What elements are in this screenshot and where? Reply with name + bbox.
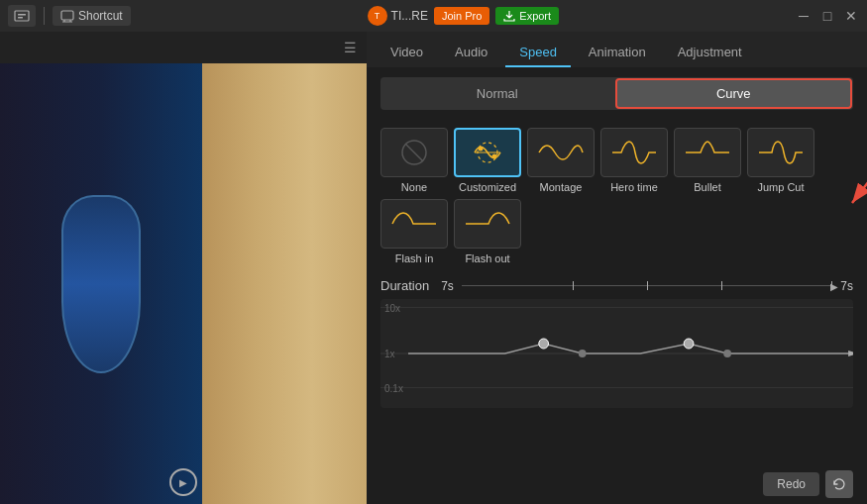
guitar-shape: [61, 195, 141, 373]
video-frame: [0, 63, 367, 504]
tabs: Video Audio Speed Animation Adjustment: [367, 32, 867, 67]
guitar-area: [0, 63, 202, 504]
curve-item-flash-out[interactable]: Flash out: [454, 199, 521, 264]
curve-item-jump-cut[interactable]: Jump Cut: [747, 128, 814, 193]
main-content: ☰ ▶ Video Audio Speed Animation Adjustme…: [0, 32, 867, 504]
title-bar: Shortcut T TI...RE Join Pro Export ─ □ ✕: [0, 0, 867, 32]
curtain-area: [202, 63, 368, 504]
username: TI...RE: [391, 9, 428, 23]
duration-start: 7s: [441, 279, 454, 293]
graph-label-01x: 0.1x: [384, 383, 403, 394]
svg-line-5: [405, 144, 423, 161]
svg-point-12: [684, 339, 694, 349]
curve-label-customized: Customized: [459, 181, 516, 193]
svg-rect-1: [18, 14, 26, 16]
curve-thumb-none: [380, 128, 448, 177]
curve-label-flash-out: Flash out: [465, 252, 509, 264]
curve-item-montage[interactable]: Montage: [527, 128, 595, 193]
user-badge: T TI...RE: [368, 6, 428, 26]
duration-end: 7s: [840, 279, 853, 293]
preview-controls: ▶: [169, 468, 197, 496]
right-panel: Video Audio Speed Animation Adjustment N…: [367, 32, 867, 504]
tab-adjustment[interactable]: Adjustment: [664, 39, 756, 67]
avatar: T: [368, 6, 387, 26]
curve-grid: None Customized: [367, 120, 867, 272]
curve-label-bullet: Bullet: [694, 181, 721, 193]
curve-item-bullet[interactable]: Bullet: [674, 128, 741, 193]
duration-area: Duration 7s ▶ 7s: [367, 272, 867, 464]
toolbar-strip: ☰: [0, 32, 367, 63]
speed-toggle: Normal Curve: [380, 77, 853, 110]
title-bar-left: Shortcut: [8, 5, 131, 27]
curve-item-customized[interactable]: Customized: [454, 128, 521, 193]
curve-thumb-flash-in: [380, 199, 448, 249]
svg-point-13: [579, 350, 587, 357]
curve-toggle-button[interactable]: Curve: [615, 78, 853, 109]
bottom-bar: Redo: [367, 464, 867, 504]
redo-button[interactable]: Redo: [763, 472, 819, 496]
left-panel: ☰ ▶: [0, 32, 367, 504]
app-icon: [8, 5, 36, 27]
close-button[interactable]: ✕: [843, 8, 859, 24]
shortcut-label: Shortcut: [78, 9, 123, 23]
maximize-button[interactable]: □: [819, 8, 835, 24]
normal-toggle-button[interactable]: Normal: [380, 77, 614, 110]
curve-label-jump-cut: Jump Cut: [757, 181, 804, 193]
tab-speed[interactable]: Speed: [505, 39, 571, 67]
curve-thumb-jump-cut: [747, 128, 814, 177]
curve-thumb-bullet: [674, 128, 741, 177]
video-preview: ▶: [0, 63, 367, 504]
play-button[interactable]: ▶: [169, 468, 197, 496]
export-label: Export: [519, 10, 551, 22]
export-button[interactable]: Export: [495, 7, 559, 25]
tab-audio[interactable]: Audio: [441, 39, 501, 67]
curve-label-hero-time: Hero time: [610, 181, 658, 193]
curve-thumb-montage: [527, 128, 595, 177]
curve-label-montage: Montage: [540, 181, 583, 193]
minimize-button[interactable]: ─: [796, 8, 812, 24]
curve-thumb-customized: [454, 128, 521, 177]
curve-thumb-hero-time: [600, 128, 668, 177]
curve-item-none[interactable]: None: [380, 128, 448, 193]
curve-label-none: None: [401, 181, 427, 193]
svg-point-14: [723, 350, 731, 357]
shortcut-button[interactable]: Shortcut: [53, 6, 131, 26]
redo-icon-button[interactable]: [825, 470, 853, 498]
svg-marker-15: [848, 351, 853, 356]
curve-item-flash-in[interactable]: Flash in: [380, 199, 448, 264]
user-area: T TI...RE Join Pro Export: [368, 6, 560, 26]
svg-rect-3: [61, 11, 73, 20]
tab-animation[interactable]: Animation: [575, 39, 660, 67]
duration-label: Duration: [380, 278, 429, 293]
hamburger-icon[interactable]: ☰: [344, 40, 357, 55]
tab-video[interactable]: Video: [377, 39, 437, 67]
curve-label-flash-in: Flash in: [395, 252, 434, 264]
graph-label-10x: 10x: [384, 303, 400, 314]
join-pro-button[interactable]: Join Pro: [434, 7, 489, 25]
window-controls: ─ □ ✕: [796, 8, 859, 24]
curve-item-hero-time[interactable]: Hero time: [600, 128, 668, 193]
svg-point-11: [539, 339, 549, 349]
speed-graph: 10x 1x 0.1x: [380, 299, 853, 408]
curve-thumb-flash-out: [454, 199, 521, 249]
graph-label-1x: 1x: [384, 349, 395, 359]
svg-rect-2: [18, 17, 23, 19]
divider: [44, 7, 45, 25]
duration-header: Duration 7s ▶ 7s: [380, 278, 853, 293]
svg-rect-0: [15, 11, 29, 21]
